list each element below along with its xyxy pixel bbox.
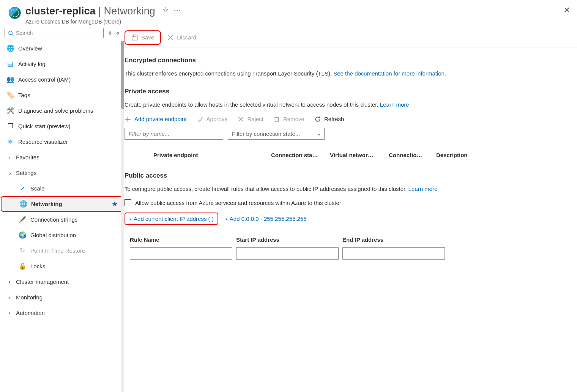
nav-overview[interactable]: 🌐Overview [0,41,124,56]
firewall-row [125,247,577,260]
private-endpoint-toolbar: Add private endpoint Approve Reject [125,116,577,123]
favorite-star-icon[interactable]: ☆ [162,5,169,14]
add-ip-range-button[interactable]: + Add 0.0.0.0 - 255.255.255.255 [225,216,307,222]
private-learn-more-link[interactable]: Learn more [380,101,409,108]
nav-favorites[interactable]: ›Favorites [0,150,124,165]
end-ip-input[interactable] [342,247,445,260]
add-private-endpoint-button[interactable]: Add private endpoint [125,116,187,123]
nav-access-control[interactable]: 👥Access control (IAM) [0,72,124,87]
cube-icon: ❐ [6,122,14,131]
nav-monitoring[interactable]: ›Monitoring [0,290,124,305]
nav-global-distribution[interactable]: 🌍Global distribution [0,227,124,243]
nav-tags[interactable]: 🏷️Tags [0,87,124,103]
restore-icon: ↻ [18,247,27,255]
globe2-icon: 🌍 [18,231,27,239]
allow-public-checkbox[interactable] [125,199,131,206]
x-icon [167,34,174,41]
private-title: Private access [125,88,577,95]
public-title: Public access [125,172,577,179]
svg-rect-3 [134,35,136,37]
section-private-access: Private access Create private endpoints … [124,88,577,172]
col-connection-state: Connection sta… [271,152,330,158]
chevron-down-icon: ⌄ [6,170,13,176]
check-icon [197,116,203,123]
col-end-ip: End IP address [342,236,449,243]
remove-button: Remove [273,116,304,123]
col-private-endpoint: Private endpoint [153,152,271,158]
col-start-ip: Start IP address [236,236,342,243]
search-box[interactable] [5,28,104,38]
public-learn-more-link[interactable]: Learn more [408,186,438,192]
scale-icon: ↗ [18,184,27,193]
nav-diagnose[interactable]: 🛠️Diagnose and solve problems [0,103,124,118]
nav-pitr: ↻Point In Time Restore [0,243,124,258]
cosmos-db-icon [9,7,21,19]
col-connection: Connectio… [389,152,436,158]
star-filled-icon: ★ [112,200,117,208]
svg-rect-2 [132,35,137,40]
expand-icon[interactable]: ⇵ [108,31,112,36]
col-description: Description [436,152,493,158]
trash-icon [273,116,280,123]
globe-icon: 🌐 [6,44,14,53]
public-text: To configure public access, create firew… [125,185,577,193]
filter-state-dropdown[interactable]: Filter by connection state... [228,128,325,140]
wrench-icon: 🛠️ [6,107,14,115]
encrypted-text: This cluster enforces encrypted connecti… [125,69,577,78]
private-endpoint-table-header: Private endpoint Connection sta… Virtual… [125,148,577,162]
nav-networking[interactable]: 🌐Networking★ [1,196,123,212]
page-subtitle: Azure Cosmos DB for MongoDB (vCore) [25,19,155,25]
scrollbar-thumb[interactable] [121,41,124,109]
nav-automation[interactable]: ›Automation [0,305,124,321]
graph-icon: ⚛ [6,138,14,146]
chevron-right-icon: › [6,294,13,300]
refresh-button[interactable]: Refresh [314,116,344,123]
svg-rect-10 [275,117,279,121]
nav-quickstart[interactable]: ❐Quick start (preview) [0,118,124,134]
reject-button: Reject [237,116,263,123]
chevron-right-icon: › [6,279,13,285]
sidebar: ⇵ « 🌐Overview ▤Activity log 👥Access cont… [0,28,124,392]
nav-activity-log[interactable]: ▤Activity log [0,56,124,72]
nav-resource-visualizer[interactable]: ⚛Resource visualizer [0,134,124,150]
nav-list: 🌐Overview ▤Activity log 👥Access control … [0,41,124,321]
nav-scale[interactable]: ↗Scale [0,181,124,196]
add-client-ip-button[interactable]: + Add current client IP address ( ) [125,213,218,225]
section-encrypted: Encrypted connections This cluster enfor… [124,57,577,88]
section-public-access: Public access To configure public access… [124,172,577,270]
save-button[interactable]: Save [127,32,159,43]
encrypted-title: Encrypted connections [125,57,577,64]
command-bar: Save Discard [124,28,577,47]
discard-button[interactable]: Discard [162,32,201,43]
close-icon[interactable]: ✕ [563,5,570,15]
more-menu-icon[interactable]: ⋯ [173,5,181,14]
approve-button: Approve [197,116,228,123]
svg-point-0 [9,31,12,34]
network-icon: 🌐 [19,200,27,208]
key-icon: 🖋️ [18,216,27,224]
firewall-table-header: Rule Name Start IP address End IP addres… [125,236,577,243]
nav-settings[interactable]: ⌄Settings [0,165,124,181]
log-icon: ▤ [6,60,14,68]
col-virtual-network: Virtual networ… [330,152,389,158]
start-ip-input[interactable] [236,247,339,260]
plus-icon [125,116,131,123]
collapse-sidebar-icon[interactable]: « [116,30,120,36]
encrypted-docs-link[interactable]: See the documentation for more informati… [333,70,446,77]
search-icon [8,30,14,36]
nav-cluster-management[interactable]: ›Cluster management [0,274,124,290]
lock-icon: 🔒 [18,262,27,271]
allow-public-row: Allow public access from Azure services … [125,198,577,207]
search-input[interactable] [16,30,100,36]
svg-line-1 [12,34,13,36]
col-rule-name: Rule Name [130,236,236,243]
content-pane: Save Discard Encrypted connections This … [124,28,577,392]
nav-locks[interactable]: 🔒Locks [0,258,124,274]
filter-name-input[interactable] [125,128,223,140]
chevron-right-icon: › [6,310,13,316]
nav-connection-strings[interactable]: 🖋️Connection strings [0,212,124,227]
refresh-icon [314,116,321,123]
page-header: cluster-replica | Networking Azure Cosmo… [0,0,577,28]
rule-name-input[interactable] [130,247,232,260]
tag-icon: 🏷️ [6,91,14,99]
